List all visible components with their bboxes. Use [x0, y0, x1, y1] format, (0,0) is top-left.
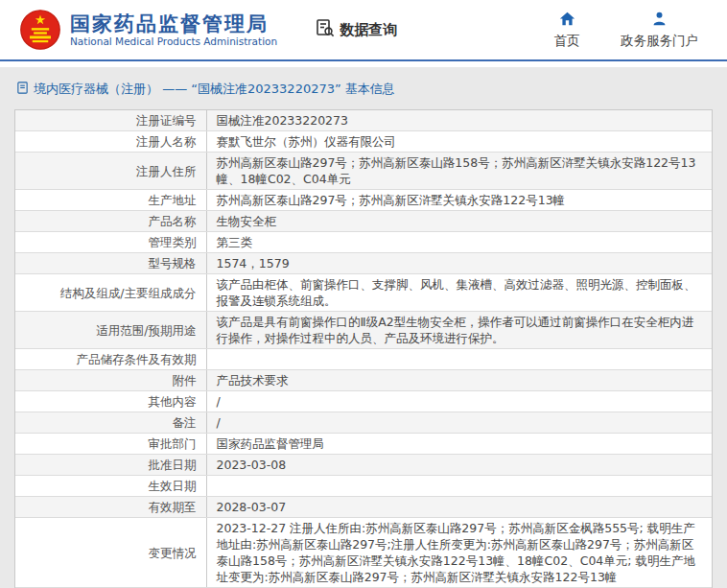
- table-row: 备注/: [15, 412, 712, 434]
- row-label: 备注: [15, 412, 206, 434]
- data-query-label: 数据查询: [340, 21, 397, 39]
- breadcrumb-text: 境内医疗器械（注册） —— “国械注准20233220273” 基本信息: [34, 81, 395, 98]
- row-label: 注册人住所: [15, 153, 206, 190]
- nav-gov-portal[interactable]: 政务服务门户: [621, 11, 698, 50]
- row-value: 该产品是具有前窗操作口的Ⅱ级A2型生物安全柜，操作者可以通过前窗操作口在安全柜内…: [206, 312, 712, 349]
- site-subtitle: National Medical Products Administration: [70, 35, 277, 48]
- info-table-body: 注册证编号国械注准20233220273注册人名称赛默飞世尔（苏州）仪器有限公司…: [15, 110, 712, 588]
- row-value: [206, 349, 712, 370]
- table-row: 附件产品技术要求: [15, 370, 712, 391]
- row-label: 审批部门: [15, 434, 206, 455]
- row-value: 2028-03-07: [206, 497, 712, 518]
- table-row: 生产地址苏州高新区泰山路297号；苏州高新区浒墅关镇永安路122号13幢: [15, 190, 712, 211]
- home-icon: [559, 11, 575, 30]
- row-label: 产品储存条件及有效期: [15, 349, 206, 370]
- person-icon: [651, 11, 668, 30]
- row-value: 国家药品监督管理局: [206, 434, 712, 455]
- row-label: 生效日期: [15, 476, 206, 497]
- table-row: 产品名称生物安全柜: [15, 211, 712, 232]
- row-label: 有效期至: [15, 497, 206, 518]
- row-value: /: [206, 412, 712, 434]
- site-header: 国家药品监督管理局 National Medical Products Admi…: [0, 0, 727, 59]
- row-value: 国械注准20233220273: [206, 110, 712, 131]
- table-row: 有效期至2028-03-07: [15, 497, 712, 518]
- table-row: 产品储存条件及有效期: [15, 349, 712, 370]
- row-label: 其他内容: [15, 391, 206, 412]
- document-search-icon: [316, 18, 335, 41]
- row-label: 结构及组成/主要组成成分: [15, 274, 206, 312]
- row-label: 生产地址: [15, 190, 206, 211]
- info-table: 注册证编号国械注准20233220273注册人名称赛默飞世尔（苏州）仪器有限公司…: [15, 110, 712, 588]
- table-row: 管理类别第三类: [15, 232, 712, 253]
- table-row: 批准日期2023-03-08: [15, 455, 712, 476]
- table-row: 生效日期: [15, 476, 712, 497]
- table-row: 型号规格1574，1579: [15, 253, 712, 274]
- main-content: 境内医疗器械（注册） —— “国械注准20233220273” 基本信息 注册证…: [0, 67, 727, 588]
- row-label: 适用范围/预期用途: [15, 312, 206, 349]
- table-row: 注册人名称赛默飞世尔（苏州）仪器有限公司: [15, 131, 712, 153]
- nav-home-label: 首页: [554, 33, 580, 50]
- row-value: 产品技术要求: [206, 370, 712, 391]
- row-label: 产品名称: [15, 211, 206, 232]
- row-value: 2023-12-27 注册人住所由:苏州高新区泰山路297号；苏州高新区金枫路5…: [206, 518, 712, 588]
- site-title: 国家药品监督管理局: [70, 12, 277, 35]
- table-row: 变更情况2023-12-27 注册人住所由:苏州高新区泰山路297号；苏州高新区…: [15, 518, 712, 588]
- breadcrumb: 境内医疗器械（注册） —— “国械注准20233220273” 基本信息: [14, 75, 713, 109]
- row-label: 批准日期: [15, 455, 206, 476]
- row-value: 第三类: [206, 232, 712, 253]
- row-value: 赛默飞世尔（苏州）仪器有限公司: [206, 131, 712, 153]
- table-row: 结构及组成/主要组成成分该产品由柜体、前窗操作口、支撑脚、风机、集液槽、高效过滤…: [15, 274, 712, 312]
- row-label: 注册证编号: [15, 110, 206, 131]
- info-panel: 注册证编号国械注准20233220273注册人名称赛默飞世尔（苏州）仪器有限公司…: [14, 109, 713, 588]
- row-value: 1574，1579: [206, 253, 712, 274]
- file-icon: [16, 82, 29, 97]
- row-value: 苏州高新区泰山路297号；苏州高新区浒墅关镇永安路122号13幢: [206, 190, 712, 211]
- table-row: 适用范围/预期用途该产品是具有前窗操作口的Ⅱ级A2型生物安全柜，操作者可以通过前…: [15, 312, 712, 349]
- row-label: 附件: [15, 370, 206, 391]
- data-query-button[interactable]: 数据查询: [316, 18, 397, 41]
- nav-gov-portal-label: 政务服务门户: [621, 33, 698, 50]
- row-value: 苏州高新区泰山路297号；苏州高新区泰山路158号；苏州高新区浒墅关镇永安路12…: [206, 153, 712, 190]
- row-value: /: [206, 391, 712, 412]
- table-row: 审批部门国家药品监督管理局: [15, 434, 712, 455]
- header-nav: 首页 政务服务门户: [548, 11, 712, 50]
- row-value: 2023-03-08: [206, 455, 712, 476]
- row-value: 该产品由柜体、前窗操作口、支撑脚、风机、集液槽、高效过滤器、照明光源、控制面板、…: [206, 274, 712, 312]
- row-label: 型号规格: [15, 253, 206, 274]
- site-logo[interactable]: 国家药品监督管理局 National Medical Products Admi…: [19, 9, 277, 51]
- nav-home[interactable]: 首页: [548, 11, 586, 50]
- row-value: 生物安全柜: [206, 211, 712, 232]
- row-label: 变更情况: [15, 518, 206, 588]
- table-row: 其他内容/: [15, 391, 712, 412]
- row-label: 管理类别: [15, 232, 206, 253]
- row-label: 注册人名称: [15, 131, 206, 153]
- row-value: [206, 476, 712, 497]
- table-row: 注册人住所苏州高新区泰山路297号；苏州高新区泰山路158号；苏州高新区浒墅关镇…: [15, 153, 712, 190]
- table-row: 注册证编号国械注准20233220273: [15, 110, 712, 131]
- national-emblem-icon: [19, 9, 61, 51]
